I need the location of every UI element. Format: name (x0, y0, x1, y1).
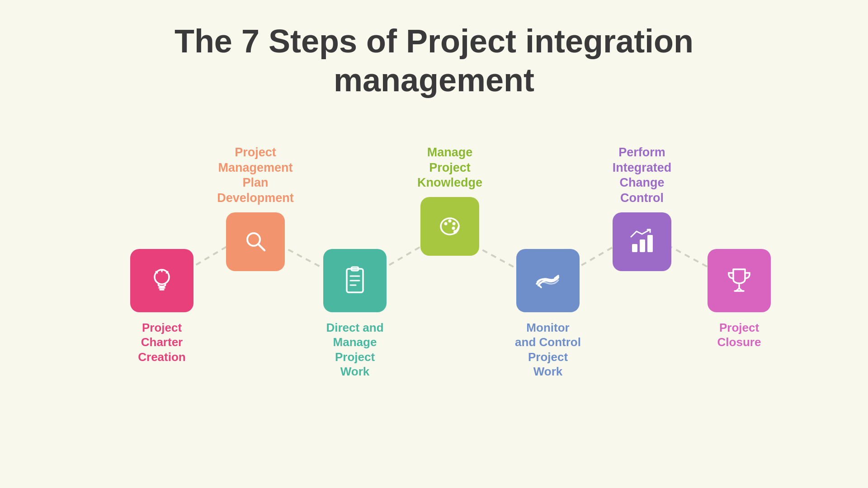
svg-point-18 (453, 230, 457, 234)
step1-label: Project Charter Creation (130, 320, 193, 365)
step4-icon (420, 197, 479, 256)
step-5: Monitor and Control Project Work (514, 249, 581, 379)
step1-icon (130, 249, 193, 312)
step-1: Project Charter Creation (130, 249, 193, 365)
step7-label: Project Closure (708, 320, 771, 350)
svg-rect-21 (647, 235, 653, 252)
page-title: The 7 Steps of Project integration manag… (175, 22, 693, 100)
step5-label: Monitor and Control Project Work (514, 320, 581, 379)
svg-point-17 (452, 226, 455, 230)
step2-icon (226, 212, 285, 271)
step5-icon (516, 249, 580, 312)
diagram-area: .conn { fill: none; stroke: #d0d0c0; str… (118, 127, 750, 398)
step3-icon (323, 249, 387, 312)
step4-label-top: Manage Project Knowledge (417, 145, 482, 191)
step-6: Perform Integrated Change Control (610, 145, 674, 271)
svg-rect-20 (640, 239, 645, 252)
step-2: Project Management Plan Development (224, 145, 287, 271)
step-3: Direct and Manage Project Work (323, 249, 387, 379)
svg-line-7 (258, 244, 264, 250)
svg-line-5 (166, 272, 168, 273)
svg-point-15 (448, 219, 451, 222)
svg-point-16 (452, 222, 455, 225)
svg-line-4 (156, 272, 157, 273)
step3-label: Direct and Manage Project Work (323, 320, 387, 379)
svg-rect-19 (632, 244, 637, 252)
step-7: Project Closure (708, 249, 771, 350)
step-4: Manage Project Knowledge (418, 145, 481, 256)
svg-point-14 (444, 222, 447, 225)
step7-icon (708, 249, 771, 312)
step6-label-top: Perform Integrated Change Control (610, 145, 674, 206)
step6-icon (613, 212, 671, 271)
step2-label-top: Project Management Plan Development (217, 145, 294, 206)
